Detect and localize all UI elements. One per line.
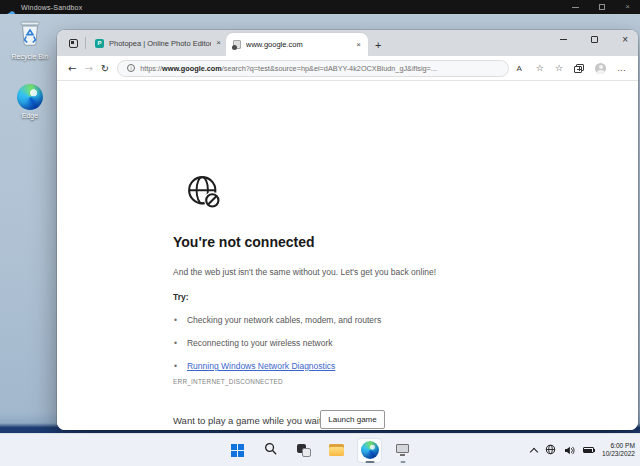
offline-globe-icon [183, 171, 225, 217]
sandbox-minimize-button[interactable] [572, 7, 579, 8]
url-host: www.google.com [162, 64, 222, 73]
add-favorite-icon[interactable]: ☆ [536, 63, 544, 73]
suggestion-item: • Reconnecting to your wireless network [174, 338, 333, 348]
start-button[interactable] [225, 438, 250, 463]
bullet-icon: • [174, 315, 177, 325]
tab-title: www.google.com [246, 40, 351, 49]
running-indicator [365, 461, 374, 463]
bullet-icon: • [174, 361, 177, 371]
edge-logo-icon [361, 441, 379, 459]
refresh-button[interactable]: ↻ [101, 63, 109, 74]
sandbox-cloud-icon [7, 4, 17, 11]
tab-close-icon[interactable]: × [216, 39, 221, 47]
page-favicon [233, 40, 241, 49]
game-prompt: Want to play a game while you wait? [173, 415, 327, 426]
tab-close-icon[interactable]: × [356, 41, 361, 49]
taskbar-clock[interactable]: 6:00 PM 10/23/2022 [602, 442, 635, 459]
url-path: /search?q=test&source=hp&ei=dABYY-4k2OCX… [222, 64, 437, 73]
desktop-icon-edge[interactable]: Edge [6, 84, 54, 119]
suggestion-item: • Checking your network cables, modem, a… [174, 315, 381, 325]
collections-icon[interactable] [574, 64, 584, 73]
tabstrip-divider [85, 37, 86, 49]
battery-icon[interactable] [583, 447, 594, 453]
toolbar-action-icons: A ☆ ☆ … [517, 63, 628, 74]
desktop-icon-label: Recycle Bin [12, 53, 49, 60]
taskbar-center-icons [225, 434, 415, 466]
legacy-app-button[interactable] [390, 438, 415, 463]
tab-photopea[interactable]: P Photopea | Online Photo Editor × [90, 33, 226, 53]
hidden-icons-chevron-icon[interactable] [530, 447, 538, 455]
windows-sandbox-screen: Windows-Sandbox × Recycle Bin Edge [0, 0, 640, 466]
file-explorer-button[interactable] [324, 438, 349, 463]
sandbox-window-title: Windows-Sandbox [21, 4, 82, 11]
tab-google-active[interactable]: www.google.com × [226, 33, 368, 56]
search-button[interactable] [258, 438, 283, 463]
profile-avatar[interactable] [595, 63, 606, 74]
browser-minimize-button[interactable] [560, 39, 567, 40]
system-tray: 6:00 PM 10/23/2022 [531, 434, 635, 466]
search-icon [264, 441, 277, 459]
clock-date: 10/23/2022 [602, 450, 635, 457]
desktop-icon-label: Edge [22, 112, 38, 119]
edge-logo-icon [17, 84, 43, 110]
desktop-icon-recycle-bin[interactable]: Recycle Bin [6, 19, 54, 60]
browser-toolbar: ← → ↻ i https://www.google.com/search?q=… [57, 56, 638, 81]
tab-actions-icon [69, 39, 78, 48]
sandbox-window-controls: × [572, 3, 630, 11]
error-try-label: Try: [173, 292, 189, 302]
file-explorer-icon [329, 444, 344, 456]
task-view-icon [297, 444, 311, 457]
edge-taskbar-button[interactable] [357, 438, 382, 463]
sandbox-close-button[interactable]: × [625, 3, 630, 11]
error-subtitle: And the web just isn't the same without … [173, 267, 436, 277]
sandbox-desktop[interactable]: Recycle Bin Edge P Photopea | Online Pho… [0, 14, 640, 466]
task-view-button[interactable] [291, 438, 316, 463]
forward-button[interactable]: → [84, 63, 92, 74]
settings-menu-button[interactable]: … [617, 63, 627, 73]
taskbar: 6:00 PM 10/23/2022 [0, 433, 640, 466]
site-info-icon[interactable]: i [127, 64, 135, 72]
tab-actions-menu-button[interactable] [65, 35, 81, 51]
tab-title: Photopea | Online Photo Editor [109, 39, 211, 48]
url-scheme: https:// [140, 64, 162, 73]
running-indicator [400, 461, 405, 463]
suggestion-text: Checking your network cables, modem, and… [187, 315, 381, 325]
recycle-bin-icon [18, 19, 42, 51]
launch-game-button[interactable]: Launch game [320, 410, 385, 429]
error-page: You're not connected And the web just is… [57, 81, 638, 430]
network-globe-icon[interactable] [545, 441, 556, 459]
url-text: https://www.google.com/search?q=test&sou… [140, 64, 437, 73]
sandbox-titlebar[interactable]: Windows-Sandbox × [0, 0, 640, 14]
edge-browser-window: P Photopea | Online Photo Editor × www.g… [57, 30, 638, 430]
sandbox-maximize-button[interactable] [599, 4, 605, 10]
tab-strip: P Photopea | Online Photo Editor × www.g… [57, 30, 638, 56]
browser-close-button[interactable]: × [622, 35, 628, 44]
suggestion-text: Reconnecting to your wireless network [187, 338, 333, 348]
suggestion-item: • Running Windows Network Diagnostics [174, 361, 335, 371]
error-code: ERR_INTERNET_DISCONNECTED [173, 378, 283, 385]
error-title: You're not connected [173, 234, 315, 250]
volume-icon[interactable] [564, 441, 575, 459]
bullet-icon: • [174, 338, 177, 348]
clock-time: 6:00 PM [610, 442, 635, 449]
favorites-hub-icon[interactable]: ☆ [555, 63, 563, 73]
address-bar[interactable]: i https://www.google.com/search?q=test&s… [117, 60, 508, 77]
back-button[interactable]: ← [68, 63, 76, 74]
network-diagnostics-link[interactable]: Running Windows Network Diagnostics [187, 361, 335, 371]
photopea-favicon: P [95, 39, 104, 48]
read-aloud-icon[interactable]: A [517, 64, 525, 73]
legacy-app-icon [396, 444, 409, 456]
browser-maximize-button[interactable] [591, 36, 598, 43]
new-tab-button[interactable]: + [375, 40, 381, 50]
windows-start-icon [231, 444, 244, 457]
browser-window-controls: × [560, 35, 628, 44]
